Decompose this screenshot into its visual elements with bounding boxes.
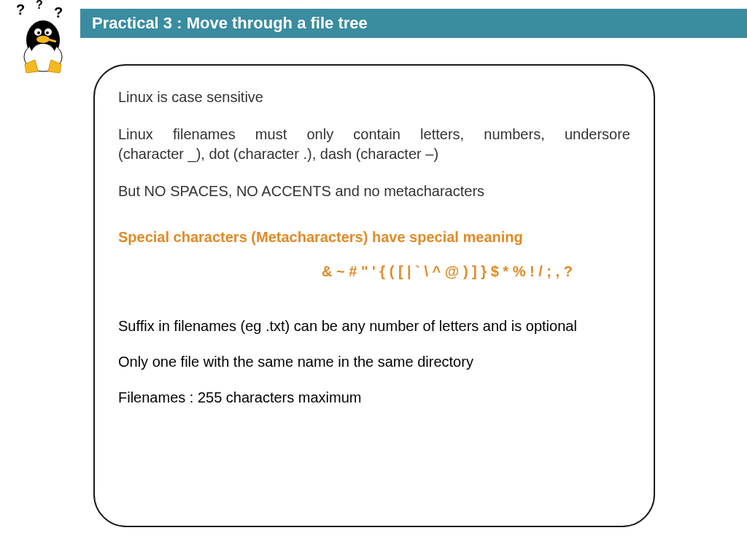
heading-metacharacters: Special characters (Metacharacters) have… bbox=[118, 229, 630, 246]
svg-point-8 bbox=[37, 31, 40, 34]
tux-logo: ? ? ? bbox=[10, 0, 76, 77]
text-filenames-b: (character _), dot (character .), dash (… bbox=[118, 144, 630, 164]
slide-title: Practical 3 : Move through a file tree bbox=[92, 14, 368, 32]
text-no-spaces: But NO SPACES, NO ACCENTS and no metacha… bbox=[118, 182, 630, 201]
text-max-length: Filenames : 255 characters maximum bbox=[118, 388, 630, 408]
svg-text:?: ? bbox=[54, 4, 63, 20]
text-case-sensitive: Linux is case sensitive bbox=[118, 88, 630, 107]
slide-title-bar: Practical 3 : Move through a file tree bbox=[80, 9, 747, 38]
text-unique-name: Only one file with the same name in the … bbox=[118, 352, 630, 372]
svg-text:?: ? bbox=[36, 0, 43, 11]
text-suffix: Suffix in filenames (eg .txt) can be any… bbox=[118, 316, 630, 336]
text-filenames-a: Linux filenames must only contain letter… bbox=[118, 125, 630, 144]
svg-text:?: ? bbox=[16, 1, 25, 18]
metacharacters-list: & ~ # " ' { ( [ | ` \ ^ @ ) ] } $ * % ! … bbox=[118, 263, 630, 280]
svg-point-9 bbox=[46, 31, 49, 34]
content-box: Linux is case sensitive Linux filenames … bbox=[93, 64, 655, 527]
